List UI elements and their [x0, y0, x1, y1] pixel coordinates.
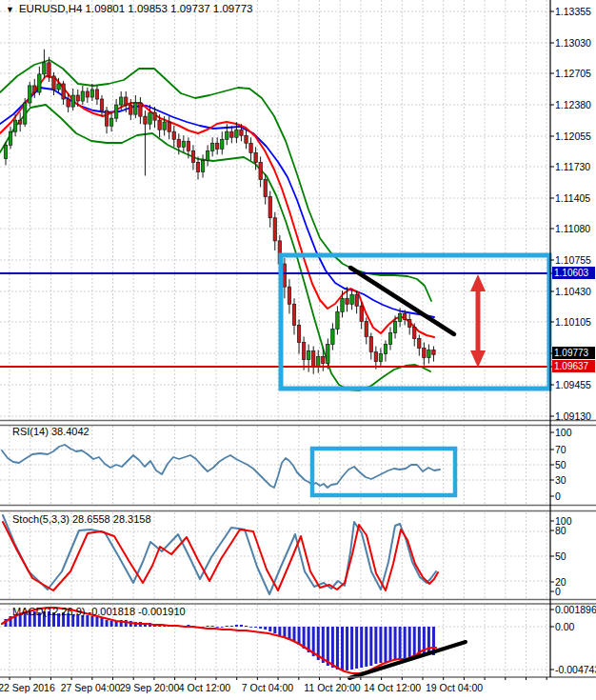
candle-body — [76, 95, 79, 101]
candle-body — [67, 99, 70, 107]
candle-body — [413, 327, 416, 338]
macd-histogram-bar — [394, 627, 397, 660]
arrow-head-down — [470, 350, 486, 368]
candle-body — [317, 357, 320, 367]
candle-body — [369, 336, 372, 351]
candle-body — [322, 357, 325, 364]
candle-body — [48, 63, 50, 76]
macd-histogram-bar — [360, 627, 363, 668]
candle-body — [327, 345, 329, 364]
candle-body — [196, 162, 199, 171]
candle-body — [120, 97, 123, 105]
candle-body — [388, 332, 391, 344]
macd-histogram-bar — [95, 617, 98, 627]
candle-body — [201, 160, 204, 171]
macd-histogram-bar — [327, 627, 329, 666]
candle-body — [134, 103, 137, 114]
price-tick-label: 1.12380 — [555, 99, 591, 110]
macd-histogram-bar — [293, 627, 296, 642]
candle-body — [153, 112, 156, 120]
chart-window: ▼EURUSD,H4 1.09801 1.09853 1.09737 1.097… — [0, 0, 596, 700]
macd-histogram-bar — [259, 627, 262, 629]
candle-body — [187, 141, 189, 150]
candle-body — [350, 294, 353, 304]
current-price-badge: 1.09773 — [552, 347, 595, 359]
candle-body — [297, 325, 300, 342]
macd-histogram-bar — [423, 627, 426, 656]
macd-histogram-bar — [404, 627, 407, 658]
candle-body — [331, 329, 334, 344]
macd-histogram-bar — [374, 627, 377, 664]
macd-histogram-bar — [341, 627, 344, 670]
candle-body — [302, 343, 305, 360]
price-tick-label: 1.12705 — [555, 68, 591, 79]
candle-body — [254, 152, 257, 162]
price-tick-label: 1.10105 — [555, 316, 591, 328]
stoch-tick-label: 50 — [555, 550, 566, 562]
macd-histogram-bar — [355, 627, 358, 669]
date-label: 19 Oct 04:00 — [426, 682, 483, 693]
price-tick-label: 1.10430 — [555, 286, 591, 297]
candle-body — [393, 321, 396, 332]
macd-histogram-bar — [216, 627, 219, 628]
macd-tick-label: 0.001896 — [555, 604, 596, 615]
candle-body — [90, 90, 93, 97]
candle-body — [341, 298, 344, 311]
candle-body — [18, 120, 21, 124]
macd-histogram-bar — [264, 627, 267, 630]
candle-body — [139, 103, 142, 116]
symbol-dropdown-icon[interactable]: ▼ — [6, 5, 14, 14]
macd-histogram-bar — [283, 627, 286, 637]
macd-histogram-bar — [350, 627, 353, 670]
candle-body — [221, 139, 224, 149]
candle-body — [312, 351, 315, 367]
candle-body — [230, 131, 233, 137]
price-tick-label: 1.13030 — [555, 37, 591, 49]
macd-histogram-bar — [288, 627, 290, 639]
candle-body — [423, 349, 426, 358]
chart-canvas[interactable] — [0, 0, 596, 700]
price-tick-label: 1.10755 — [555, 254, 591, 266]
macd-histogram-bar — [331, 627, 334, 668]
macd-tick-label: 0.00 — [555, 621, 574, 632]
price-tick-label: 1.11730 — [555, 161, 590, 172]
price-tick-label: 1.11080 — [555, 223, 590, 234]
candle-body — [9, 131, 11, 145]
date-label: 7 Oct 04:00 — [242, 682, 293, 693]
macd-histogram-bar — [278, 627, 281, 635]
candle-body — [283, 264, 286, 287]
macd-histogram-bar — [399, 627, 402, 659]
candle-body — [100, 99, 103, 110]
macd-histogram-bar — [101, 618, 104, 627]
hline-blue-price-badge: 1.10603 — [552, 267, 595, 279]
macd-histogram-bar — [245, 626, 248, 627]
candle-body — [95, 90, 98, 99]
candle-body — [24, 103, 27, 124]
candle-body — [408, 319, 411, 327]
candle-body — [33, 86, 36, 92]
macd-histogram-bar — [268, 627, 271, 631]
macd-histogram-bar — [240, 625, 243, 627]
date-label: 4 Oct 12:00 — [179, 682, 230, 693]
candle-body — [114, 105, 117, 118]
macd-histogram-bar — [389, 627, 392, 661]
candle-body — [13, 120, 16, 131]
candle-body — [374, 352, 377, 362]
rsi-indicator-label: RSI(14) 38.4042 — [12, 426, 89, 437]
candle-body — [86, 91, 89, 97]
macd-histogram-bar — [413, 627, 416, 657]
candle-body — [264, 180, 267, 197]
candle-body — [4, 145, 7, 158]
candle-body — [259, 162, 262, 179]
candle-body — [105, 110, 108, 126]
symbol-ohlc-title: EURUSD,H4 1.09801 1.09853 1.09737 1.0977… — [19, 3, 253, 14]
macd-histogram-bar — [211, 626, 214, 627]
candle-body — [226, 131, 228, 139]
date-label: 29 Sep 20:00 — [120, 682, 179, 693]
candle-body — [240, 130, 243, 135]
candle-body — [268, 197, 271, 218]
rsi-tick-label: 100 — [555, 427, 572, 438]
date-label: 27 Sep 04:00 — [61, 682, 120, 693]
hline-red-price-badge: 1.09637 — [552, 360, 595, 372]
candle-body — [206, 150, 209, 160]
